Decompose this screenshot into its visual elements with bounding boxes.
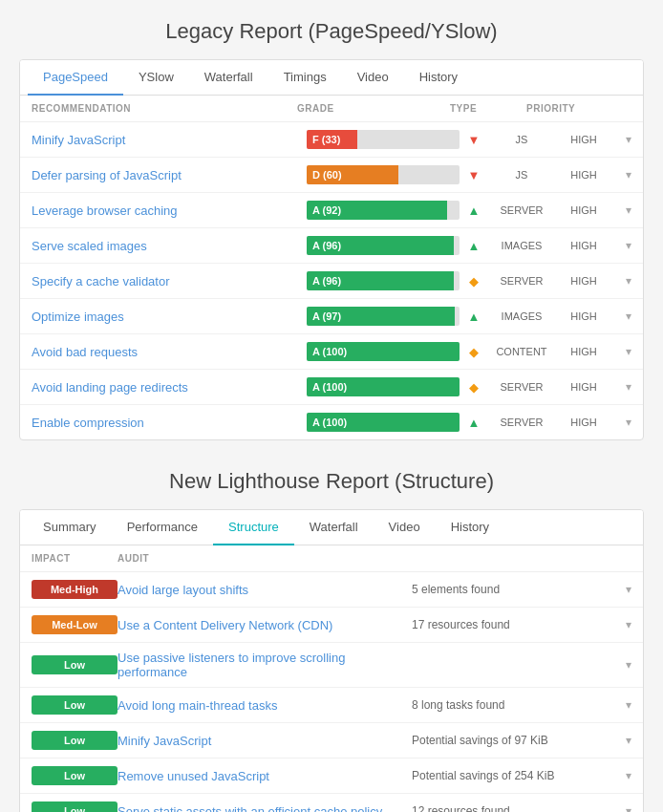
tab-history-lh[interactable]: History [436,510,504,545]
trend-arrow: ▲ [460,310,488,324]
rec-link[interactable]: Serve scaled images [32,239,307,253]
type-badge: JS [488,134,555,145]
audit-link[interactable]: Avoid large layout shifts [118,583,412,597]
grade-bar: A (97) [307,307,460,326]
trend-arrow: ▲ [460,203,488,218]
impact-badge: Low [32,695,118,715]
legacy-card: PageSpeed YSlow Waterfall Timings Video … [19,59,644,440]
expand-chevron[interactable]: ▾ [603,804,631,812]
lh-table-row[interactable]: Med-LowUse a Content Delivery Network (C… [20,608,643,643]
type-badge: SERVER [488,417,555,428]
rec-link[interactable]: Avoid bad requests [32,345,307,359]
lh-table-row[interactable]: LowUse passive listeners to improve scro… [20,643,643,688]
legacy-table-row[interactable]: Enable compressionA (100)▲SERVERHIGH▾ [20,405,643,439]
tab-timings[interactable]: Timings [268,60,342,96]
expand-chevron[interactable]: ▾ [612,239,631,252]
impact-badge: Low [32,655,118,674]
audit-link[interactable]: Use a Content Delivery Network (CDN) [118,618,412,632]
legacy-table-row[interactable]: Serve scaled imagesA (96)▲IMAGESHIGH▾ [20,228,643,264]
legacy-table-row[interactable]: Avoid landing page redirectsA (100)◆SERV… [20,370,643,405]
priority-badge: HIGH [555,381,612,393]
tab-performance[interactable]: Performance [112,510,213,545]
lh-table-row[interactable]: LowMinify JavaScriptPotential savings of… [20,723,643,759]
legacy-table-row[interactable]: Optimize imagesA (97)▲IMAGESHIGH▾ [20,299,643,334]
priority-badge: HIGH [555,204,612,216]
rec-link[interactable]: Optimize images [32,310,307,324]
type-badge: SERVER [488,381,555,393]
legacy-table-row[interactable]: Avoid bad requestsA (100)◆CONTENTHIGH▾ [20,334,643,370]
col-priority: PRIORITY [526,103,603,114]
audit-link[interactable]: Use passive listeners to improve scrolli… [118,651,412,679]
legacy-table-row[interactable]: Leverage browser cachingA (92)▲SERVERHIG… [20,193,643,228]
audit-link[interactable]: Remove unused JavaScript [118,769,412,783]
grade-label: D (60) [307,169,348,181]
expand-chevron[interactable]: ▾ [612,310,631,323]
legacy-tabs: PageSpeed YSlow Waterfall Timings Video … [20,60,643,96]
expand-chevron[interactable]: ▾ [603,769,631,782]
grade-label: A (96) [307,240,347,251]
audit-link[interactable]: Avoid long main-thread tasks [118,698,412,713]
legacy-table-body: Minify JavaScriptF (33)▼JSHIGH▾Defer par… [20,122,643,439]
rec-link[interactable]: Defer parsing of JavaScript [32,168,307,182]
expand-chevron[interactable]: ▾ [612,168,631,182]
expand-chevron[interactable]: ▾ [612,133,631,146]
trend-arrow: ◆ [460,345,488,359]
grade-bar: F (33) [307,130,460,149]
impact-badge: Low [32,766,118,785]
tab-yslow[interactable]: YSlow [123,60,189,96]
audit-detail: Potential savings of 97 KiB [412,734,603,747]
type-badge: SERVER [488,204,555,216]
trend-arrow: ▼ [460,168,488,182]
expand-chevron[interactable]: ▾ [603,698,631,712]
lh-table-row[interactable]: LowRemove unused JavaScriptPotential sav… [20,759,643,794]
rec-link[interactable]: Avoid landing page redirects [32,380,307,395]
lh-table-row[interactable]: LowAvoid long main-thread tasks8 long ta… [20,688,643,723]
tab-history-legacy[interactable]: History [404,60,473,96]
impact-badge: Low [32,731,118,750]
tab-pagespeed[interactable]: PageSpeed [28,60,123,96]
trend-arrow: ▼ [460,133,488,147]
grade-label: F (33) [307,134,346,145]
legacy-table-row[interactable]: Defer parsing of JavaScriptD (60)▼JSHIGH… [20,158,643,193]
trend-arrow: ◆ [460,380,488,395]
rec-link[interactable]: Specify a cache validator [32,274,307,288]
expand-chevron[interactable]: ▾ [603,734,631,747]
lighthouse-tabs: Summary Performance Structure Waterfall … [20,510,643,545]
tab-structure[interactable]: Structure [213,510,294,545]
lh-table-body: Med-HighAvoid large layout shifts5 eleme… [20,572,643,812]
tab-video-lh[interactable]: Video [374,510,436,545]
expand-chevron[interactable]: ▾ [612,203,631,217]
col-recommendation: RECOMMENDATION [32,103,297,114]
expand-chevron[interactable]: ▾ [612,274,631,288]
expand-chevron[interactable]: ▾ [603,583,631,596]
trend-arrow: ▲ [460,416,488,430]
lh-table-row[interactable]: Med-HighAvoid large layout shifts5 eleme… [20,572,643,608]
audit-link[interactable]: Serve static assets with an efficient ca… [118,804,412,813]
legacy-table-row[interactable]: Specify a cache validatorA (96)◆SERVERHI… [20,264,643,299]
col-type: TYPE [450,103,526,114]
grade-label: A (100) [307,346,353,357]
type-badge: JS [488,169,555,181]
audit-detail: Potential savings of 254 KiB [412,769,603,782]
audit-detail: 5 elements found [412,583,603,596]
grade-bar: A (92) [307,201,460,220]
tab-video-legacy[interactable]: Video [342,60,404,96]
priority-badge: HIGH [555,134,612,145]
rec-link[interactable]: Enable compression [32,416,307,430]
col-impact: IMPACT [32,553,118,564]
legacy-title: Legacy Report (PageSpeed/YSlow) [19,19,644,44]
expand-chevron[interactable]: ▾ [603,658,631,672]
expand-chevron[interactable]: ▾ [612,380,631,394]
expand-chevron[interactable]: ▾ [612,345,631,358]
tab-waterfall-lh[interactable]: Waterfall [294,510,374,545]
expand-chevron[interactable]: ▾ [603,618,631,631]
rec-link[interactable]: Leverage browser caching [32,203,307,218]
lh-table-row[interactable]: LowServe static assets with an efficient… [20,794,643,812]
legacy-table-row[interactable]: Minify JavaScriptF (33)▼JSHIGH▾ [20,122,643,158]
rec-link[interactable]: Minify JavaScript [32,133,307,147]
grade-bar: A (96) [307,271,460,290]
tab-summary[interactable]: Summary [28,510,112,545]
audit-link[interactable]: Minify JavaScript [118,734,412,748]
tab-waterfall-legacy[interactable]: Waterfall [189,60,268,96]
expand-chevron[interactable]: ▾ [612,416,631,429]
